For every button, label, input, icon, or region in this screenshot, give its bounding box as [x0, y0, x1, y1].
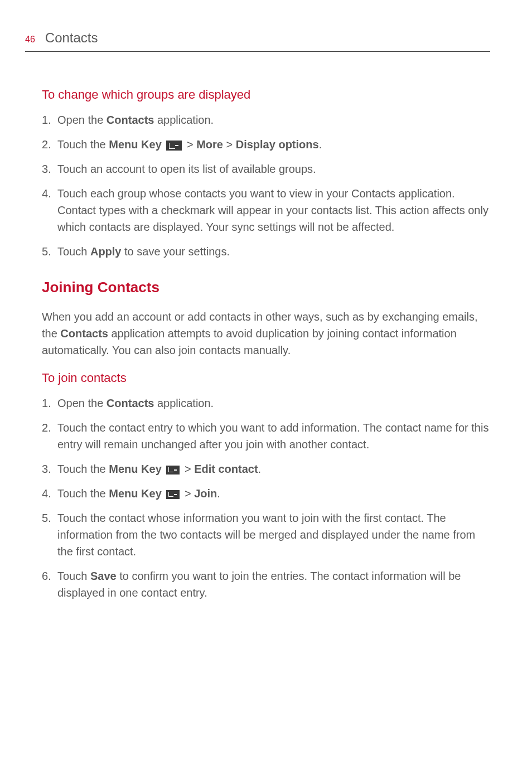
- section-paragraph: When you add an account or add contacts …: [42, 308, 490, 359]
- step-text: Open the: [57, 114, 107, 126]
- step-text: Touch: [57, 245, 90, 258]
- term-menu-key: Menu Key: [109, 487, 161, 500]
- step-text: .: [258, 463, 262, 475]
- term-join: Join: [194, 487, 217, 500]
- step-text: to save your settings.: [122, 245, 230, 258]
- step-item: Touch the Menu Key > Edit contact.: [42, 461, 490, 477]
- step-text: >: [223, 138, 236, 151]
- step-item: Open the Contacts application.: [42, 395, 490, 411]
- step-text: Touch the: [57, 138, 109, 151]
- step-item: Open the Contacts application.: [42, 112, 490, 128]
- step-text: >: [183, 138, 196, 151]
- page-number: 46: [25, 33, 35, 46]
- step-item: Touch the Menu Key > More > Display opti…: [42, 136, 490, 153]
- steps-join-contacts: Open the Contacts application. Touch the…: [42, 395, 490, 601]
- step-text: application.: [154, 114, 214, 126]
- step-item: Touch Apply to save your settings.: [42, 243, 490, 260]
- step-item: Touch the contact whose information you …: [42, 510, 490, 560]
- step-item: Touch the contact entry to which you wan…: [42, 419, 490, 453]
- subheading-join-contacts: To join contacts: [42, 369, 490, 387]
- step-item: Touch the Menu Key > Join.: [42, 485, 490, 502]
- step-item: Touch Save to confirm you want to join t…: [42, 568, 490, 601]
- step-text: application.: [154, 397, 214, 409]
- steps-change-groups: Open the Contacts application. Touch the…: [42, 112, 490, 260]
- term-edit-contact: Edit contact: [194, 463, 258, 475]
- step-text: Touch the: [57, 487, 109, 500]
- term-menu-key: Menu Key: [109, 463, 161, 475]
- page-content: To change which groups are displayed Ope…: [25, 85, 490, 601]
- step-text: >: [181, 487, 194, 500]
- term-apply: Apply: [90, 245, 122, 258]
- term-display-options: Display options: [236, 138, 319, 151]
- step-text: Open the: [57, 397, 107, 409]
- menu-key-icon: [166, 141, 182, 151]
- term-more: More: [196, 138, 223, 151]
- subheading-change-groups: To change which groups are displayed: [42, 85, 490, 104]
- header-title: Contacts: [45, 28, 98, 48]
- term-menu-key: Menu Key: [109, 138, 161, 151]
- section-heading-joining: Joining Contacts: [42, 277, 490, 298]
- step-text: .: [217, 487, 220, 500]
- step-text: to confirm you want to join the entries.…: [57, 570, 461, 599]
- term-contacts: Contacts: [107, 114, 154, 126]
- menu-key-icon: [166, 466, 180, 475]
- term-save: Save: [90, 570, 117, 582]
- term-contacts: Contacts: [60, 327, 108, 340]
- menu-key-icon: [166, 490, 180, 499]
- step-text: Touch the: [57, 463, 109, 475]
- page-header: 46 Contacts: [25, 28, 490, 52]
- step-text: Touch: [57, 570, 90, 582]
- step-item: Touch each group whose contacts you want…: [42, 185, 490, 235]
- term-contacts: Contacts: [107, 397, 154, 409]
- step-text: .: [319, 138, 322, 151]
- step-text: >: [181, 463, 194, 475]
- step-item: Touch an account to open its list of ava…: [42, 161, 490, 177]
